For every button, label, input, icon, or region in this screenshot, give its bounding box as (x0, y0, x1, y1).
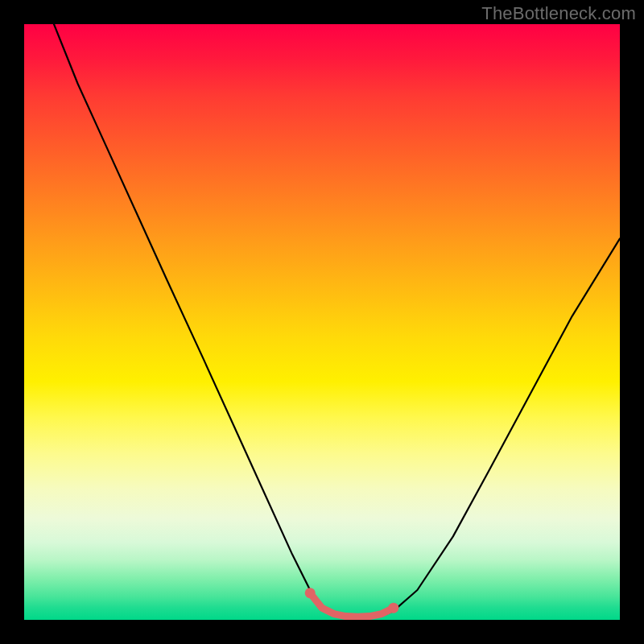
optimal-region-highlight (24, 24, 620, 620)
plot-area (24, 24, 620, 620)
watermark-text: TheBottleneck.com (481, 3, 636, 24)
chart-frame: TheBottleneck.com (0, 0, 644, 644)
svg-point-1 (388, 603, 398, 613)
svg-point-0 (305, 588, 316, 598)
